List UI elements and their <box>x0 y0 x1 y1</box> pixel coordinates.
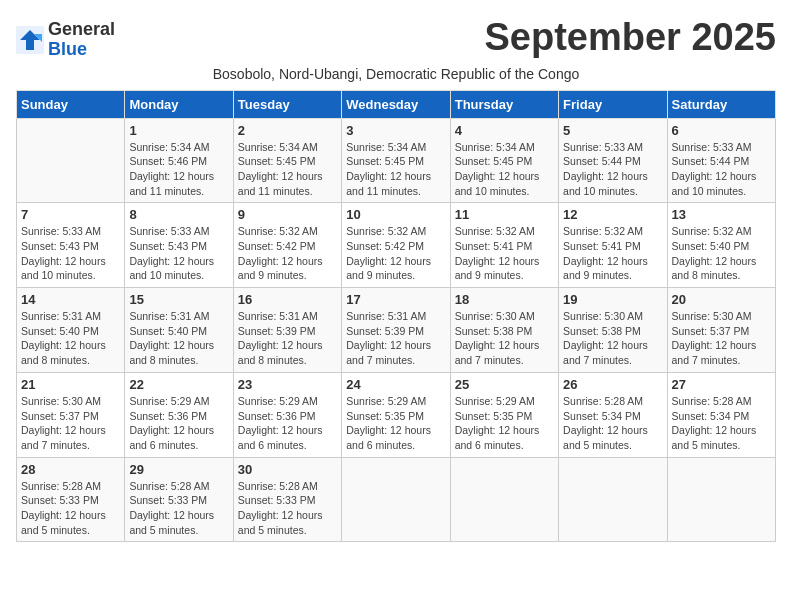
day-number: 1 <box>129 123 228 138</box>
calendar-cell: 8Sunrise: 5:33 AM Sunset: 5:43 PM Daylig… <box>125 203 233 288</box>
day-number: 28 <box>21 462 120 477</box>
weekday-header-row: SundayMondayTuesdayWednesdayThursdayFrid… <box>17 90 776 118</box>
day-info: Sunrise: 5:30 AM Sunset: 5:37 PM Dayligh… <box>672 309 771 368</box>
calendar-cell: 22Sunrise: 5:29 AM Sunset: 5:36 PM Dayli… <box>125 372 233 457</box>
calendar-cell <box>342 457 450 542</box>
day-number: 9 <box>238 207 337 222</box>
day-number: 20 <box>672 292 771 307</box>
day-number: 7 <box>21 207 120 222</box>
calendar-cell: 6Sunrise: 5:33 AM Sunset: 5:44 PM Daylig… <box>667 118 775 203</box>
calendar-cell: 20Sunrise: 5:30 AM Sunset: 5:37 PM Dayli… <box>667 288 775 373</box>
day-number: 23 <box>238 377 337 392</box>
day-info: Sunrise: 5:34 AM Sunset: 5:46 PM Dayligh… <box>129 140 228 199</box>
day-number: 24 <box>346 377 445 392</box>
header: General Blue September 2025 <box>16 16 776 60</box>
calendar-cell: 1Sunrise: 5:34 AM Sunset: 5:46 PM Daylig… <box>125 118 233 203</box>
month-title: September 2025 <box>485 16 777 59</box>
day-info: Sunrise: 5:34 AM Sunset: 5:45 PM Dayligh… <box>346 140 445 199</box>
calendar-cell: 26Sunrise: 5:28 AM Sunset: 5:34 PM Dayli… <box>559 372 667 457</box>
calendar-cell: 2Sunrise: 5:34 AM Sunset: 5:45 PM Daylig… <box>233 118 341 203</box>
week-row-1: 1Sunrise: 5:34 AM Sunset: 5:46 PM Daylig… <box>17 118 776 203</box>
calendar-cell: 25Sunrise: 5:29 AM Sunset: 5:35 PM Dayli… <box>450 372 558 457</box>
day-info: Sunrise: 5:32 AM Sunset: 5:41 PM Dayligh… <box>455 224 554 283</box>
day-number: 4 <box>455 123 554 138</box>
day-number: 29 <box>129 462 228 477</box>
calendar-cell: 17Sunrise: 5:31 AM Sunset: 5:39 PM Dayli… <box>342 288 450 373</box>
week-row-2: 7Sunrise: 5:33 AM Sunset: 5:43 PM Daylig… <box>17 203 776 288</box>
calendar-cell: 19Sunrise: 5:30 AM Sunset: 5:38 PM Dayli… <box>559 288 667 373</box>
day-info: Sunrise: 5:34 AM Sunset: 5:45 PM Dayligh… <box>455 140 554 199</box>
day-number: 16 <box>238 292 337 307</box>
day-info: Sunrise: 5:28 AM Sunset: 5:33 PM Dayligh… <box>21 479 120 538</box>
day-number: 6 <box>672 123 771 138</box>
day-number: 11 <box>455 207 554 222</box>
day-info: Sunrise: 5:29 AM Sunset: 5:36 PM Dayligh… <box>238 394 337 453</box>
week-row-4: 21Sunrise: 5:30 AM Sunset: 5:37 PM Dayli… <box>17 372 776 457</box>
calendar-cell <box>559 457 667 542</box>
day-number: 15 <box>129 292 228 307</box>
day-info: Sunrise: 5:33 AM Sunset: 5:43 PM Dayligh… <box>129 224 228 283</box>
day-number: 13 <box>672 207 771 222</box>
calendar-cell: 28Sunrise: 5:28 AM Sunset: 5:33 PM Dayli… <box>17 457 125 542</box>
weekday-header-thursday: Thursday <box>450 90 558 118</box>
week-row-3: 14Sunrise: 5:31 AM Sunset: 5:40 PM Dayli… <box>17 288 776 373</box>
day-info: Sunrise: 5:31 AM Sunset: 5:39 PM Dayligh… <box>238 309 337 368</box>
day-info: Sunrise: 5:32 AM Sunset: 5:42 PM Dayligh… <box>238 224 337 283</box>
calendar-cell: 29Sunrise: 5:28 AM Sunset: 5:33 PM Dayli… <box>125 457 233 542</box>
calendar-cell: 15Sunrise: 5:31 AM Sunset: 5:40 PM Dayli… <box>125 288 233 373</box>
calendar-cell <box>17 118 125 203</box>
calendar-cell: 27Sunrise: 5:28 AM Sunset: 5:34 PM Dayli… <box>667 372 775 457</box>
day-number: 3 <box>346 123 445 138</box>
day-info: Sunrise: 5:31 AM Sunset: 5:39 PM Dayligh… <box>346 309 445 368</box>
calendar-cell: 13Sunrise: 5:32 AM Sunset: 5:40 PM Dayli… <box>667 203 775 288</box>
day-info: Sunrise: 5:28 AM Sunset: 5:34 PM Dayligh… <box>563 394 662 453</box>
calendar-table: SundayMondayTuesdayWednesdayThursdayFrid… <box>16 90 776 543</box>
subtitle: Bosobolo, Nord-Ubangi, Democratic Republ… <box>16 66 776 82</box>
weekday-header-friday: Friday <box>559 90 667 118</box>
day-info: Sunrise: 5:32 AM Sunset: 5:41 PM Dayligh… <box>563 224 662 283</box>
day-info: Sunrise: 5:29 AM Sunset: 5:36 PM Dayligh… <box>129 394 228 453</box>
calendar-cell: 21Sunrise: 5:30 AM Sunset: 5:37 PM Dayli… <box>17 372 125 457</box>
calendar-cell: 7Sunrise: 5:33 AM Sunset: 5:43 PM Daylig… <box>17 203 125 288</box>
calendar-cell: 18Sunrise: 5:30 AM Sunset: 5:38 PM Dayli… <box>450 288 558 373</box>
day-info: Sunrise: 5:29 AM Sunset: 5:35 PM Dayligh… <box>455 394 554 453</box>
day-number: 17 <box>346 292 445 307</box>
calendar-cell: 9Sunrise: 5:32 AM Sunset: 5:42 PM Daylig… <box>233 203 341 288</box>
day-number: 26 <box>563 377 662 392</box>
logo-text-general: General <box>48 20 115 40</box>
day-number: 14 <box>21 292 120 307</box>
day-info: Sunrise: 5:30 AM Sunset: 5:38 PM Dayligh… <box>455 309 554 368</box>
calendar-cell: 11Sunrise: 5:32 AM Sunset: 5:41 PM Dayli… <box>450 203 558 288</box>
calendar-cell: 24Sunrise: 5:29 AM Sunset: 5:35 PM Dayli… <box>342 372 450 457</box>
day-number: 18 <box>455 292 554 307</box>
day-number: 10 <box>346 207 445 222</box>
logo-icon <box>16 26 44 54</box>
weekday-header-sunday: Sunday <box>17 90 125 118</box>
day-info: Sunrise: 5:29 AM Sunset: 5:35 PM Dayligh… <box>346 394 445 453</box>
calendar-cell: 16Sunrise: 5:31 AM Sunset: 5:39 PM Dayli… <box>233 288 341 373</box>
day-info: Sunrise: 5:33 AM Sunset: 5:43 PM Dayligh… <box>21 224 120 283</box>
calendar-cell: 12Sunrise: 5:32 AM Sunset: 5:41 PM Dayli… <box>559 203 667 288</box>
day-number: 5 <box>563 123 662 138</box>
calendar-cell: 4Sunrise: 5:34 AM Sunset: 5:45 PM Daylig… <box>450 118 558 203</box>
weekday-header-saturday: Saturday <box>667 90 775 118</box>
day-info: Sunrise: 5:28 AM Sunset: 5:33 PM Dayligh… <box>129 479 228 538</box>
day-info: Sunrise: 5:34 AM Sunset: 5:45 PM Dayligh… <box>238 140 337 199</box>
day-number: 27 <box>672 377 771 392</box>
calendar-cell: 5Sunrise: 5:33 AM Sunset: 5:44 PM Daylig… <box>559 118 667 203</box>
calendar-cell: 23Sunrise: 5:29 AM Sunset: 5:36 PM Dayli… <box>233 372 341 457</box>
day-info: Sunrise: 5:28 AM Sunset: 5:33 PM Dayligh… <box>238 479 337 538</box>
day-info: Sunrise: 5:30 AM Sunset: 5:38 PM Dayligh… <box>563 309 662 368</box>
day-number: 21 <box>21 377 120 392</box>
day-number: 8 <box>129 207 228 222</box>
day-info: Sunrise: 5:32 AM Sunset: 5:42 PM Dayligh… <box>346 224 445 283</box>
calendar-cell <box>450 457 558 542</box>
day-info: Sunrise: 5:33 AM Sunset: 5:44 PM Dayligh… <box>672 140 771 199</box>
weekday-header-wednesday: Wednesday <box>342 90 450 118</box>
calendar-cell: 3Sunrise: 5:34 AM Sunset: 5:45 PM Daylig… <box>342 118 450 203</box>
day-info: Sunrise: 5:31 AM Sunset: 5:40 PM Dayligh… <box>21 309 120 368</box>
calendar-body: 1Sunrise: 5:34 AM Sunset: 5:46 PM Daylig… <box>17 118 776 542</box>
day-number: 19 <box>563 292 662 307</box>
day-info: Sunrise: 5:32 AM Sunset: 5:40 PM Dayligh… <box>672 224 771 283</box>
day-number: 22 <box>129 377 228 392</box>
